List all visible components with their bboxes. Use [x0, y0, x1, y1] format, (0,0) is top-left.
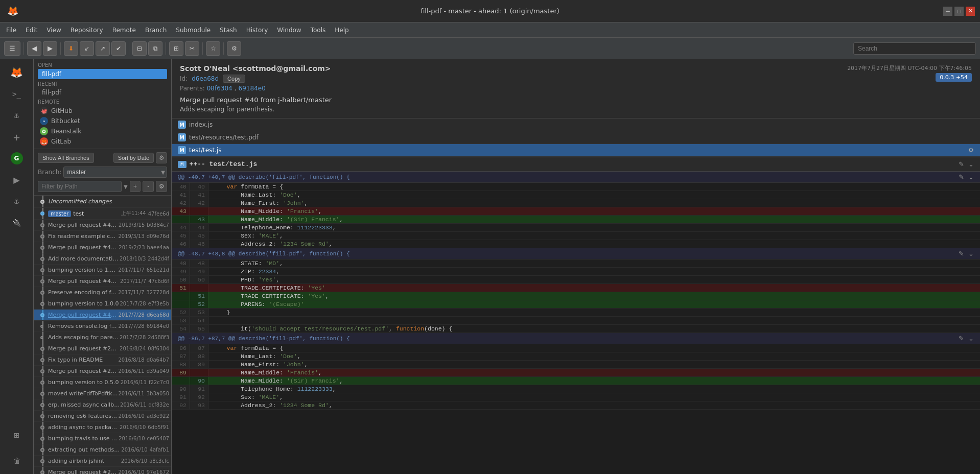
remote-section-label: REMOTE: [38, 99, 167, 105]
restore-button[interactable]: □: [954, 7, 964, 16]
diff-view-button[interactable]: ⊞: [169, 41, 183, 56]
sidebar-icon-g[interactable]: G: [5, 149, 29, 168]
table-row[interactable]: Fix typo in README 2016/8/18 d0a64b7: [34, 354, 171, 366]
open-file-item[interactable]: fill-pdf: [38, 69, 167, 79]
add-filter-button[interactable]: +: [130, 181, 141, 192]
sidebar-icon-apps[interactable]: ⊞: [5, 426, 29, 444]
sort-by-date-button[interactable]: Sort by Date: [113, 153, 154, 163]
copy-button[interactable]: Copy: [223, 75, 245, 83]
menu-branch[interactable]: Branch: [141, 25, 171, 35]
diff-line: 86 87 var formData = {: [172, 344, 980, 352]
parent-link-1[interactable]: 08f6304: [207, 85, 232, 92]
commit-item-selected[interactable]: Merge pull request #40 from ... 2017/7/2…: [34, 310, 171, 321]
table-row[interactable]: Merge pull request #42 from ... 2017/11/…: [34, 276, 171, 287]
sidebar-icon-terminal[interactable]: >_: [5, 85, 29, 103]
fetch-button[interactable]: ⬇: [64, 41, 78, 56]
forward-button[interactable]: ▶: [43, 41, 57, 56]
remove-filter-button[interactable]: -: [143, 181, 154, 192]
parent-link-2[interactable]: 69184e0: [239, 85, 266, 92]
hunk-edit-button-2[interactable]: ✎: [959, 250, 964, 257]
hunk-expand-button-1[interactable]: ⌄: [968, 173, 974, 181]
hunk-expand-button-3[interactable]: ⌄: [968, 335, 974, 342]
table-row[interactable]: bumping travis to use node v6 2016/6/10 …: [34, 433, 171, 444]
back-button[interactable]: ◀: [27, 41, 41, 56]
table-row[interactable]: adding async to package.json 2016/6/10 6…: [34, 422, 171, 433]
remote-github[interactable]: 🐙 GitHub: [38, 106, 167, 116]
search-input[interactable]: [853, 42, 976, 55]
file-item-test-js[interactable]: M test/test.js ⚙: [172, 144, 980, 157]
branch-input[interactable]: [63, 167, 167, 178]
diff-edit-button-1[interactable]: ✎: [959, 160, 964, 168]
sidebar-icon-network[interactable]: 🔌: [5, 214, 29, 232]
split-view-button[interactable]: ⧉: [148, 41, 162, 56]
table-row[interactable]: Add more documentation abo... 2018/10/3 …: [34, 253, 171, 265]
close-button[interactable]: ✕: [966, 7, 975, 16]
recent-file-item[interactable]: fill-pdf: [38, 88, 167, 97]
table-row[interactable]: Merge pull request #45 f... 2019/3/15 b0…: [34, 220, 171, 231]
table-row[interactable]: Fix readme example code 2019/3/13 d09e76…: [34, 231, 171, 242]
menu-history[interactable]: History: [242, 25, 272, 35]
diff-line: 41 41 Name_Last: 'Doe',: [172, 191, 980, 199]
uncommitted-item[interactable]: Uncommitted changes: [34, 196, 171, 208]
minimize-button[interactable]: ─: [943, 7, 952, 16]
table-row[interactable]: moved writeFdfToPdftk below... 2016/6/11…: [34, 388, 171, 399]
table-row[interactable]: adding airbnb jshint 2016/6/10 a8c3cfc: [34, 456, 171, 467]
menu-tools[interactable]: Tools: [307, 25, 330, 35]
table-row[interactable]: Merge pull request #28 from ... 2016/8/2…: [34, 343, 171, 354]
table-row[interactable]: bumping version to 1.0.0 2017/7/28 e7f3e…: [34, 298, 171, 310]
table-row[interactable]: bumping version to 1.1.0 2017/11/7 651e2…: [34, 265, 171, 276]
menu-view[interactable]: View: [42, 25, 65, 35]
menu-submodule[interactable]: Submodule: [172, 25, 215, 35]
bookmark-button[interactable]: ☆: [206, 41, 220, 56]
hunk-expand-button-2[interactable]: ⌄: [968, 250, 974, 257]
file-item-index[interactable]: M index.js: [172, 118, 980, 131]
table-row[interactable]: bumping version to 0.5.0 2016/6/11 f22c7…: [34, 377, 171, 388]
push-button[interactable]: ↗: [96, 41, 110, 56]
table-row[interactable]: Preserve encoding of form data 2017/11/7…: [34, 287, 171, 298]
menu-file[interactable]: File: [2, 25, 20, 35]
menu-help[interactable]: Help: [331, 25, 353, 35]
sidebar-icon-gitahead[interactable]: 🦊: [5, 63, 29, 82]
menu-remote[interactable]: Remote: [108, 25, 140, 35]
sidebar-icon-run[interactable]: ▶: [5, 171, 29, 189]
remote-bitbucket[interactable]: ⁍ Bitbucket: [38, 116, 167, 126]
menu-window[interactable]: Window: [273, 25, 305, 35]
sidebar-toggle-button[interactable]: ☰: [4, 41, 20, 56]
diff-view[interactable]: M ++-- test/test.js ✎ ⌄ @@ -40,7 +40,7 @…: [172, 157, 980, 474]
hunk-edit-button-1[interactable]: ✎: [959, 173, 964, 181]
menu-stash[interactable]: Stash: [216, 25, 241, 35]
toggle-view-button[interactable]: ⊟: [132, 41, 147, 56]
diff-file-name: ++-- test/test.js: [190, 160, 258, 168]
commit-item-master[interactable]: master test 上午11:44 47fee6d: [34, 208, 171, 220]
history-settings-button[interactable]: ⚙: [156, 152, 167, 163]
filter-path-input[interactable]: [38, 181, 122, 192]
remote-gitlab[interactable]: 🦊 GitLab: [38, 136, 167, 147]
table-row[interactable]: Removes console.log from te... 2017/7/28…: [34, 321, 171, 332]
stash-button[interactable]: ✔: [111, 41, 126, 56]
file-settings-button[interactable]: ⚙: [968, 147, 974, 154]
remote-beanstalk[interactable]: ✿ Beanstalk: [38, 126, 167, 136]
settings-button[interactable]: ⚙: [227, 41, 241, 56]
sidebar: 🦊 >_ ⚓ + G ▶ ⚓ 🔌 ⊞ 🗑: [0, 59, 34, 474]
sidebar-icon-add[interactable]: +: [5, 128, 29, 146]
table-row[interactable]: Merge pull request #25 from ... 2016/6/1…: [34, 366, 171, 377]
diff-expand-button[interactable]: ⌄: [968, 160, 974, 168]
file-item-test-pdf[interactable]: M test/resources/test.pdf: [172, 131, 980, 144]
hunk-edit-button-3[interactable]: ✎: [959, 335, 964, 342]
table-row[interactable]: extracting out methods from ... 2016/6/1…: [34, 444, 171, 456]
menu-repository[interactable]: Repository: [66, 25, 107, 35]
right-panel: Scott O'Neal <scottmod@gmail.com> Id: d6…: [172, 59, 980, 474]
filter-settings-button[interactable]: ⚙: [156, 181, 167, 192]
git-flow-button[interactable]: ✂: [185, 41, 199, 56]
pull-button[interactable]: ↙: [80, 41, 94, 56]
table-row[interactable]: removing es6 features > v4; ... 2016/6/1…: [34, 411, 171, 422]
sidebar-icon-anchor[interactable]: ⚓: [5, 192, 29, 210]
table-row[interactable]: erp, missed async callback 2016/6/11 dcf…: [34, 399, 171, 411]
menu-edit[interactable]: Edit: [21, 25, 41, 35]
show-all-branches-button[interactable]: Show All Branches: [38, 153, 94, 163]
table-row[interactable]: Merge pull request #44 from ... 2019/2/2…: [34, 242, 171, 253]
table-row[interactable]: Merge pull request #24 from ... 2016/6/1…: [34, 467, 171, 474]
sidebar-icon-gitkraken[interactable]: ⚓: [5, 106, 29, 125]
sidebar-icon-trash[interactable]: 🗑: [5, 452, 29, 470]
table-row[interactable]: Adds escaping for parenthesi... 2017/7/2…: [34, 332, 171, 343]
